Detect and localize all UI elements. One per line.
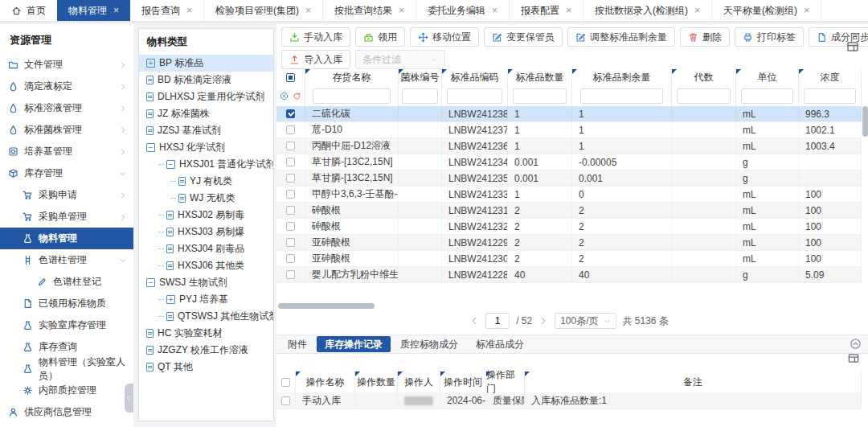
next-page-icon[interactable] <box>538 316 548 326</box>
horizontal-scrollbar-thumb[interactable] <box>278 303 375 309</box>
document-icon[interactable] <box>166 244 174 253</box>
document-icon[interactable] <box>166 261 174 270</box>
tab-3[interactable]: 检验项目管理(集团)× <box>204 0 323 21</box>
document-icon[interactable] <box>178 194 186 203</box>
toolbar-button-4[interactable]: 调整标准品剩余量 <box>567 27 675 47</box>
table-row-1[interactable]: 苊-D10LNBW24123711mL1002.1 <box>276 122 862 138</box>
document-icon[interactable] <box>166 211 174 220</box>
table-row-7[interactable]: 砷酸根LNBW24123222mL100 <box>276 219 862 235</box>
table-row-8[interactable]: 亚砷酸根LNBW24122922mL100 <box>276 235 862 251</box>
row-checkbox[interactable] <box>286 254 295 263</box>
filter-clear-icon[interactable] <box>280 92 289 101</box>
bottom-column-header-3[interactable]: 操作时间 <box>440 372 486 392</box>
close-icon[interactable]: × <box>694 5 700 16</box>
select-all-checkbox[interactable] <box>286 73 295 82</box>
bottom-column-header-4[interactable]: 操作部门 <box>486 372 525 392</box>
sidebar-item-17[interactable]: 分包商信息管理 <box>0 423 133 427</box>
table-row-0[interactable]: 二硫化碳LNBW24123811mL996.3 <box>276 106 862 122</box>
row-checkbox[interactable] <box>281 396 290 405</box>
toolbar-button-1[interactable]: 领用 <box>355 27 405 47</box>
collapse-panel-icon[interactable] <box>850 338 862 350</box>
document-icon[interactable] <box>146 109 154 118</box>
sidebar-item-2[interactable]: 标准溶液管理 <box>0 97 133 119</box>
bottom-column-header-0[interactable]: 操作名称 <box>296 372 355 392</box>
tree-node-17[interactable]: JZGZY 校准工作溶液 <box>139 342 273 359</box>
tree-node-6[interactable]: −HXSJ01 普通化学试剂 <box>139 156 273 173</box>
toolbar-button-5[interactable]: 删除 <box>680 27 730 47</box>
document-icon[interactable] <box>166 312 174 321</box>
row-checkbox[interactable] <box>286 206 295 215</box>
document-icon[interactable] <box>146 346 154 355</box>
bottom-tab-2[interactable]: 质控标物成分 <box>392 336 466 352</box>
bottom-table-row-0[interactable]: 手动入库2024-06-24质量保障部入库标准品数量:1 <box>276 392 862 409</box>
tree-node-12[interactable]: HXSJ06 其他类 <box>139 257 273 274</box>
bottom-column-header-5[interactable]: 备注 <box>525 372 862 392</box>
row-checkbox[interactable] <box>286 190 295 199</box>
document-icon[interactable] <box>146 329 154 338</box>
bottom-tab-1[interactable]: 库存操作记录 <box>317 336 391 352</box>
close-icon[interactable]: × <box>113 5 119 16</box>
close-icon[interactable]: × <box>804 5 809 16</box>
sidebar-item-3[interactable]: 标准菌株管理 <box>0 119 133 141</box>
close-icon[interactable]: × <box>566 5 571 16</box>
sidebar-item-11[interactable]: 已领用标准物质 <box>0 293 133 314</box>
table-row-4[interactable]: 草甘膦-[13C2,15N]LNBW2412350.0010.001g <box>276 170 862 187</box>
row-checkbox[interactable] <box>286 142 295 150</box>
close-icon[interactable]: × <box>186 5 192 16</box>
sidebar-item-5[interactable]: 库存管理 <box>0 162 133 184</box>
grid-settings-icon[interactable] <box>845 40 860 53</box>
row-checkbox[interactable] <box>286 158 295 166</box>
document-icon[interactable] <box>146 363 154 372</box>
column-header-4[interactable]: 标准品剩余量 <box>572 69 672 85</box>
toolbar-button-2[interactable]: 移动位置 <box>410 27 479 47</box>
row-checkbox[interactable] <box>286 125 295 134</box>
filter-input-6[interactable] <box>741 88 793 104</box>
sidebar-item-9[interactable]: 色谱柱管理 <box>0 249 133 271</box>
tree-node-2[interactable]: DLHXSJ 定量用化学试剂 <box>139 88 273 105</box>
tree-node-9[interactable]: HXSJ02 易制毒 <box>139 207 273 224</box>
condition-filter-select[interactable]: 条件过滤 <box>355 50 445 69</box>
sidebar-item-12[interactable]: 实验室库存管理 <box>0 314 133 336</box>
filter-input-2[interactable] <box>447 88 502 104</box>
filter-input-0[interactable] <box>313 88 391 104</box>
tab-8[interactable]: 天平称量(检测组)× <box>712 0 821 21</box>
close-icon[interactable]: × <box>399 5 404 16</box>
tree-node-4[interactable]: JZSJ 基准试剂 <box>139 122 273 139</box>
column-header-2[interactable]: 标准品编码 <box>442 69 508 85</box>
bottom-tab-3[interactable]: 标准品成分 <box>468 336 532 352</box>
sidebar-item-15[interactable]: 内部质控管理 <box>0 380 133 401</box>
sidebar-item-16[interactable]: 供应商信息管理 <box>0 401 133 423</box>
row-checkbox[interactable] <box>286 109 295 118</box>
sidebar-item-0[interactable]: 文件管理 <box>0 54 133 76</box>
tree-node-8[interactable]: WJ 无机类 <box>139 190 273 207</box>
sidebar-item-1[interactable]: 滴定液标定 <box>0 76 133 97</box>
filter-input-7[interactable] <box>804 88 856 104</box>
document-icon[interactable] <box>146 76 154 84</box>
collapse-minus-icon[interactable]: − <box>166 160 175 169</box>
sidebar-item-10[interactable]: 色谱柱登记 <box>0 271 133 293</box>
bottom-column-header-1[interactable]: 操作数量 <box>355 372 398 392</box>
toolbar-button-3[interactable]: 变更保管员 <box>484 27 563 47</box>
tree-node-16[interactable]: HC 实验室耗材 <box>139 325 273 342</box>
row-checkbox[interactable] <box>286 238 295 247</box>
expand-plus-icon[interactable]: + <box>146 59 155 68</box>
tree-node-0[interactable]: +BP 标准品 <box>139 55 273 72</box>
tab-6[interactable]: 报表配置× <box>510 0 583 21</box>
tree-node-3[interactable]: JZ 标准菌株 <box>139 105 273 122</box>
column-header-6[interactable]: 单位 <box>736 69 799 85</box>
table-row-2[interactable]: 丙酮中屈-D12溶液LNBW24123611mL1003.4 <box>276 138 862 154</box>
close-icon[interactable]: × <box>492 5 497 16</box>
column-header-0[interactable]: 存货名称 <box>305 69 399 85</box>
column-header-1[interactable]: 菌株编号 <box>399 69 442 85</box>
tab-4[interactable]: 按批查询结果× <box>323 0 416 21</box>
column-header-5[interactable]: 代数 <box>672 69 736 85</box>
tab-5[interactable]: 委托业务编辑× <box>416 0 510 21</box>
collapse-minus-icon[interactable]: − <box>146 278 155 287</box>
filter-input-3[interactable] <box>513 88 566 104</box>
bottom-column-header-2[interactable]: 操作人 <box>398 372 440 392</box>
sidebar-item-7[interactable]: 采购单管理 <box>0 206 133 228</box>
table-row-6[interactable]: 砷酸根LNBW24123122mL100 <box>276 203 862 219</box>
filter-input-4[interactable] <box>580 88 663 104</box>
row-checkbox[interactable] <box>286 222 295 231</box>
column-header-3[interactable]: 标准品数量 <box>508 69 572 85</box>
